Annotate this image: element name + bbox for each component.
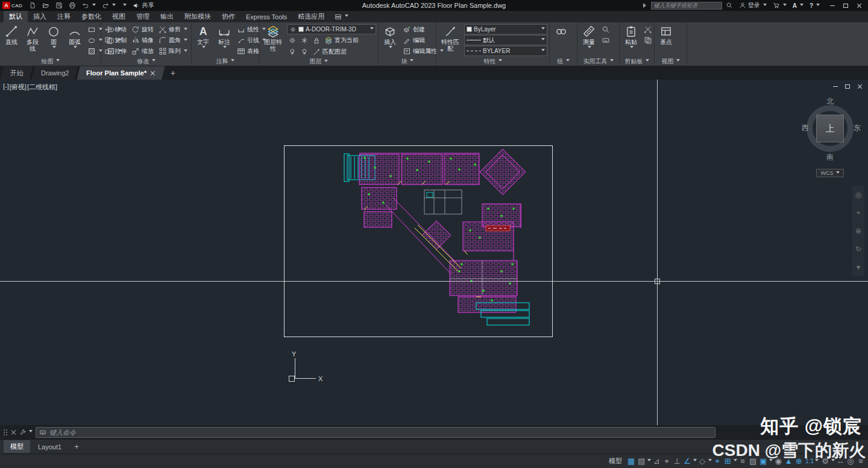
drawing-area[interactable]: Y X [-] [俯视] [二维线框] 北 上 南 西 东 WCS ◎ + ⊕ … [0,80,868,425]
navigation-wheel-icon[interactable]: ◎ [855,191,861,199]
isodraft-button[interactable]: ◇ [697,455,712,468]
new-drawing-tab-button[interactable]: + [166,66,180,80]
measure-button[interactable]: 测量 [579,24,599,51]
copy-button[interactable]: 复制 [103,35,128,46]
match-layer-button[interactable]: 匹配图层 [311,46,348,57]
arc-button[interactable]: 圆弧 [65,24,84,51]
viewport-minimize-button[interactable] [832,83,839,90]
ribbon-tab-featured-apps[interactable]: 精选应用 [292,11,330,22]
move-button[interactable]: 移动 [103,24,128,35]
ribbon-display-toggle[interactable] [330,11,353,22]
signin-button[interactable]: 登录 [737,1,769,10]
stretch-button[interactable]: 拉伸 [103,46,128,57]
search-expand-icon[interactable] [643,3,649,8]
circle-button[interactable]: 圆 [44,24,63,51]
make-current-button[interactable]: 置为当前 [323,35,360,46]
ribbon-tab-express-tools[interactable]: Express Tools [241,11,292,22]
zoom-icon[interactable]: ⊕ [855,227,861,235]
command-input-box[interactable] [36,427,715,438]
file-tab-start[interactable]: 开始 [1,66,33,80]
new-file-button[interactable] [27,1,39,10]
viewport-close-button[interactable] [856,83,863,90]
wcs-selector[interactable]: WCS [816,169,844,177]
copy-clip-button[interactable] [643,35,653,46]
panel-label-properties[interactable]: 特性 [436,57,549,66]
command-line-grip[interactable] [4,429,7,435]
search-button[interactable] [723,1,735,10]
ortho-icon[interactable]: ⊥ [672,455,682,468]
scale-button[interactable]: 缩放 [130,46,155,57]
panel-label-utilities[interactable]: 实用工具 [577,57,619,66]
linetype-dropdown[interactable]: BYLAYER [464,46,547,56]
file-tab-floor-plan[interactable]: Floor Plan Sample* [77,66,166,80]
maximize-button[interactable] [839,1,852,10]
panel-label-clipboard[interactable]: 剪贴板 [620,57,654,66]
line-button[interactable]: 直线 [2,24,21,46]
close-tab-icon[interactable] [151,71,156,76]
base-view-button[interactable]: 基点 [656,24,676,46]
panel-label-layers[interactable]: 图层 [259,57,378,66]
new-layout-button[interactable]: + [69,440,84,453]
layout-tab-layout1[interactable]: Layout1 [31,441,68,452]
ribbon-tab-insert[interactable]: 插入 [28,11,52,22]
viewcube-west-label[interactable]: 西 [802,123,809,133]
snap-mode-button[interactable]: ▤ [637,455,651,468]
viewcube[interactable]: 北 上 南 西 东 [802,98,858,160]
layout-tab-model[interactable]: 模型 [4,440,30,453]
command-close-icon[interactable] [10,429,16,435]
ribbon-tab-parametric[interactable]: 参数化 [76,11,107,22]
ribbon-tab-home[interactable]: 默认 [4,11,28,22]
autocad-logo[interactable]: A CAD [2,2,22,9]
visual-style-button[interactable]: [二维线框] [27,83,57,92]
dimension-button[interactable]: 标注 [215,24,234,51]
app-store-button[interactable] [770,1,789,10]
minimize-button[interactable] [826,1,839,10]
pan-icon[interactable]: + [856,209,860,217]
open-file-button[interactable] [40,1,52,10]
cut-button[interactable] [643,24,653,35]
file-tab-drawing2[interactable]: Drawing2 [31,66,79,80]
close-button[interactable] [852,1,866,10]
share-button[interactable]: 共享 [130,1,156,10]
panel-label-groups[interactable]: 组 [550,57,577,66]
paste-button[interactable]: 粘贴 [621,24,641,51]
layer-freeze-button[interactable] [299,35,310,46]
viewcube-top-face[interactable]: 上 [816,115,844,142]
plot-button[interactable] [66,1,78,10]
group-button[interactable] [552,24,571,39]
viewcube-south-label[interactable]: 南 [802,152,858,162]
navbar-more-icon[interactable]: ▾ [857,263,860,271]
quick-select-button[interactable] [600,24,611,35]
save-button[interactable] [53,1,65,10]
ribbon-tab-addins[interactable]: 附加模块 [179,11,216,22]
insert-block-button[interactable]: 插入 [380,24,400,51]
ribbon-tab-output[interactable]: 输出 [155,11,179,22]
polar-tracking-button[interactable]: ∠ [682,455,697,468]
mirror-button[interactable]: 镜像 [130,35,155,46]
lineweight-dropdown[interactable]: 默认 [464,35,547,45]
quick-calc-button[interactable] [600,35,611,46]
ribbon-tab-manage[interactable]: 管理 [131,11,155,22]
ribbon-tab-view[interactable]: 视图 [107,11,131,22]
panel-label-view[interactable]: 视图 [655,57,687,66]
polyline-button[interactable]: 多段线 [23,24,42,52]
command-input[interactable] [49,429,712,436]
undo-button[interactable] [80,1,98,10]
layer-off-button[interactable] [287,35,298,46]
layer-properties-button[interactable]: 图层特性 [261,24,285,52]
panel-label-modify[interactable]: 修改 [101,57,191,66]
array-button[interactable]: 阵列 [157,46,189,57]
layer-dropdown[interactable]: A-DOOR-TRIM-3D [287,24,376,34]
viewport-restore-button[interactable] [844,83,851,90]
viewport-controls-button[interactable]: [-] [3,83,9,92]
grid-icon[interactable]: ▦ [626,455,636,468]
qat-customize-button[interactable] [119,3,129,8]
search-input[interactable] [651,2,722,10]
status-model-space-button[interactable]: 模型 [605,457,626,466]
layer-unisolate-button[interactable] [299,46,310,57]
panel-label-annotation[interactable]: 注释 [192,57,259,66]
autodesk-assistant-button[interactable]: A [790,2,806,10]
object-color-dropdown[interactable]: ByLayer [464,24,547,34]
command-customize-button[interactable] [19,429,33,436]
redo-button[interactable] [99,1,118,10]
